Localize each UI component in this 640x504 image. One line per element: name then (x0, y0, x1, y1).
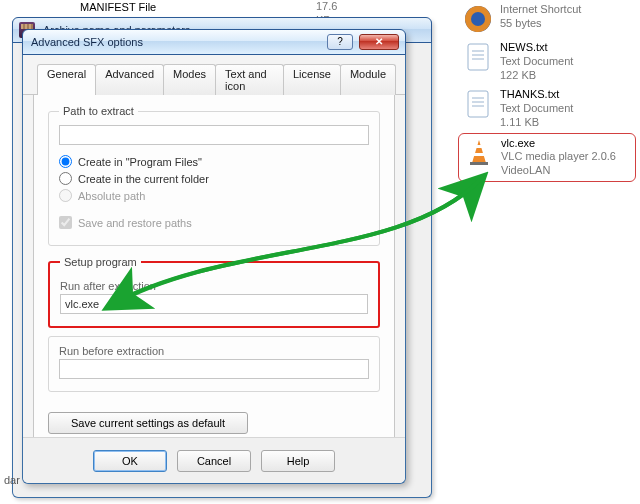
checkbox-input (59, 216, 72, 229)
radio-absolute-path: Absolute path (59, 189, 369, 202)
cancel-button[interactable]: Cancel (177, 450, 251, 472)
file-size: 1.11 KB (500, 116, 632, 130)
dialog-advanced-sfx: Advanced SFX options ? ✕ General Advance… (22, 30, 406, 484)
close-button[interactable]: ✕ (359, 34, 399, 50)
svg-rect-2 (468, 44, 488, 70)
firefox-icon (462, 3, 494, 35)
run-before-input[interactable] (59, 359, 369, 379)
group-run-before: Run before extraction (48, 336, 380, 392)
tab-module[interactable]: Module (340, 64, 396, 95)
text-file-icon (462, 88, 494, 120)
file-size: 122 KB (500, 69, 632, 83)
file-name: THANKS.txt (500, 88, 632, 102)
file-item-vlc[interactable]: vlc.exe VLC media player 2.0.6 VideoLAN (458, 133, 636, 182)
titlebar[interactable]: Advanced SFX options ? ✕ (22, 29, 406, 55)
close-icon: ✕ (375, 37, 383, 47)
tab-general[interactable]: General (37, 64, 96, 95)
file-item[interactable]: Internet Shortcut 55 bytes (458, 0, 636, 38)
tab-advanced[interactable]: Advanced (95, 64, 164, 95)
radio-input (59, 189, 72, 202)
svg-rect-11 (475, 145, 483, 148)
radio-input[interactable] (59, 155, 72, 168)
group-setup-program: Setup program Run after extraction (48, 256, 380, 328)
tab-text-and-icon[interactable]: Text and icon (215, 64, 284, 95)
svg-rect-12 (473, 153, 485, 156)
help-button[interactable]: ? (327, 34, 353, 50)
svg-marker-10 (472, 140, 486, 163)
help-button[interactable]: Help (261, 450, 335, 472)
tab-license[interactable]: License (283, 64, 341, 95)
radio-current-folder[interactable]: Create in the current folder (59, 172, 369, 185)
vlc-icon (463, 137, 495, 169)
file-size: 55 bytes (500, 17, 632, 31)
tab-body: Path to extract Create in "Program Files… (33, 95, 395, 447)
checkbox-save-restore: Save and restore paths (59, 216, 369, 229)
svg-rect-13 (470, 162, 488, 165)
file-type: Text Document (500, 102, 632, 116)
file-name: MANIFEST File (80, 0, 220, 14)
file-name: vlc.exe (501, 137, 631, 151)
group-legend: Path to extract (59, 105, 138, 117)
tabs: General Advanced Modes Text and icon Lic… (23, 55, 405, 95)
label-run-after: Run after extraction (60, 280, 368, 292)
file-item[interactable]: THANKS.txt Text Document 1.11 KB (458, 85, 636, 132)
run-after-input[interactable] (60, 294, 368, 314)
file-type: Internet Shortcut (500, 3, 632, 17)
radio-label: Create in the current folder (78, 173, 209, 185)
file-panel: Internet Shortcut 55 bytes NEWS.txt Text… (458, 0, 636, 182)
label-run-before: Run before extraction (59, 345, 369, 357)
file-type: VLC media player 2.0.6 (501, 150, 631, 164)
svg-rect-6 (468, 91, 488, 117)
file-name: NEWS.txt (500, 41, 632, 55)
radio-label: Create in "Program Files" (78, 156, 202, 168)
radio-input[interactable] (59, 172, 72, 185)
file-item[interactable]: NEWS.txt Text Document 122 KB (458, 38, 636, 85)
file-vendor: VideoLAN (501, 164, 631, 178)
svg-point-1 (471, 12, 485, 26)
file-type: Text Document (500, 55, 632, 69)
ok-button[interactable]: OK (93, 450, 167, 472)
checkbox-label: Save and restore paths (78, 217, 192, 229)
tree-label-fragment: dar (4, 474, 20, 486)
save-default-button[interactable]: Save current settings as default (48, 412, 248, 434)
dialog-buttons: OK Cancel Help (23, 437, 405, 483)
titlebar-title: Advanced SFX options (29, 36, 321, 48)
group-legend: Setup program (60, 256, 141, 268)
radio-label: Absolute path (78, 190, 145, 202)
text-file-icon (462, 41, 494, 73)
tab-modes[interactable]: Modes (163, 64, 216, 95)
group-path-to-extract: Path to extract Create in "Program Files… (48, 105, 380, 246)
question-icon: ? (337, 37, 343, 47)
path-input[interactable] (59, 125, 369, 145)
radio-program-files[interactable]: Create in "Program Files" (59, 155, 369, 168)
